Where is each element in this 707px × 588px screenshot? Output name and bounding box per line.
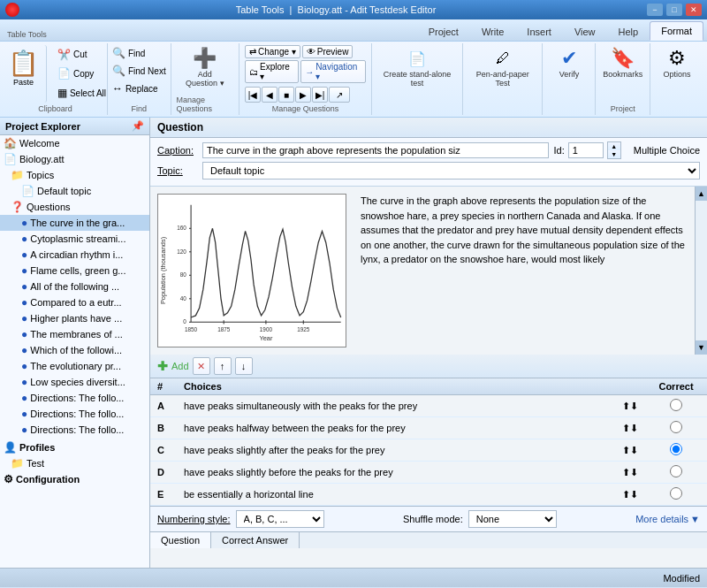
correct-radio-a[interactable]: [670, 399, 682, 411]
correct-radio-e[interactable]: [670, 487, 682, 500]
replace-icon: ↔: [112, 82, 123, 95]
tree-item-configuration[interactable]: ⚙ Configuration: [0, 471, 149, 487]
choice-a-expand[interactable]: ⬆⬇: [622, 401, 638, 412]
tree-item-profiles[interactable]: 👤 Profiles: [0, 439, 149, 455]
paste-button[interactable]: 📋 Paste: [1, 45, 47, 103]
caption-input[interactable]: [202, 142, 549, 158]
add-question-label: AddQuestion ▾: [186, 70, 224, 88]
create-test-button[interactable]: 📄 Create stand-alone test: [377, 45, 457, 90]
find-next-button[interactable]: 🔍 Find Next: [109, 63, 170, 79]
choice-e-expand[interactable]: ⬆⬇: [622, 489, 638, 500]
tree-item-q4[interactable]: ● Flame cells, green g...: [0, 263, 149, 279]
find-label: Find: [132, 104, 148, 113]
svg-text:80: 80: [180, 271, 187, 278]
topics-folder-icon: 📁: [11, 169, 24, 181]
bookmarks-button[interactable]: 🔖 Bookmarks: [597, 45, 648, 81]
tree-item-test[interactable]: 📁 Test: [0, 455, 149, 471]
tab-help[interactable]: Help: [607, 22, 650, 41]
topic-select[interactable]: Default topic: [202, 162, 700, 179]
add-question-icon: ➕: [194, 48, 216, 69]
choice-text-c: have peaks slightly after the peaks for …: [177, 439, 645, 462]
tab-correct-answer[interactable]: Correct Answer: [211, 532, 300, 548]
tree-item-q14[interactable]: ● Directions: The follo...: [0, 422, 149, 438]
tab-insert[interactable]: Insert: [515, 22, 563, 41]
tree-item-q10[interactable]: ● The evolutionary pr...: [0, 358, 149, 374]
move-down-button[interactable]: ↓: [235, 357, 253, 375]
close-button[interactable]: ✕: [686, 4, 702, 16]
tab-format[interactable]: Format: [650, 21, 703, 41]
nav-jump-button[interactable]: ↗: [329, 87, 350, 103]
change-button[interactable]: ⇄ Change ▾: [245, 45, 300, 58]
window-controls[interactable]: − □ ✕: [647, 4, 702, 16]
tree-item-topics[interactable]: 📁 Topics: [0, 167, 149, 183]
tree-item-welcome[interactable]: 🏠 Welcome: [0, 135, 149, 151]
tree-item-q2[interactable]: ● Cytoplasmic streami...: [0, 231, 149, 247]
create-test-group: 📄 Create stand-alone test: [372, 43, 463, 115]
tab-question[interactable]: Question: [150, 532, 211, 548]
tree-item-q1[interactable]: ● The curve in the gra...: [0, 215, 149, 231]
delete-choice-button[interactable]: ✕: [193, 357, 210, 375]
tab-write[interactable]: Write: [470, 22, 515, 41]
minimize-button[interactable]: −: [647, 4, 663, 16]
nav-stop-button[interactable]: ■: [278, 87, 294, 103]
numbering-select[interactable]: A, B, C, ...: [236, 510, 324, 528]
nav-next-button[interactable]: ▶: [295, 87, 311, 103]
nav-last-button[interactable]: ▶|: [312, 87, 328, 103]
tree-item-questions[interactable]: ❓ Questions: [0, 199, 149, 215]
question-text: The curve in the graph above represents …: [354, 187, 695, 355]
ribbon-tabs: Table Tools Project Write Insert View He…: [0, 19, 707, 42]
tree-item-q12[interactable]: ● Directions: The follo...: [0, 390, 149, 406]
find-button[interactable]: 🔍 Find: [109, 45, 148, 61]
q4-icon: ●: [21, 264, 27, 277]
add-question-button[interactable]: ➕ AddQuestion ▾: [180, 45, 230, 90]
project-tree: 🏠 Welcome 📄 Biology.att 📁 Topics 📄 Defau…: [0, 135, 149, 568]
choice-letter-c: C: [150, 439, 177, 462]
options-button[interactable]: ⚙ Options: [658, 45, 696, 81]
tree-item-default-topic[interactable]: 📄 Default topic: [0, 183, 149, 199]
tree-item-q9[interactable]: ● Which of the followi...: [0, 342, 149, 358]
shuffle-select[interactable]: None: [468, 510, 557, 528]
id-spin-up[interactable]: ▲: [608, 142, 620, 150]
id-input[interactable]: [568, 142, 604, 158]
more-details-button[interactable]: More details ▼: [635, 514, 700, 524]
choice-text-b: have peaks halfway between the peaks for…: [177, 417, 645, 439]
svg-text:160: 160: [177, 225, 186, 231]
pen-paper-button[interactable]: 🖊 Pen-and-paper Test: [468, 45, 536, 90]
scroll-up[interactable]: ▲: [696, 187, 707, 201]
tree-item-q13[interactable]: ● Directions: The follo...: [0, 406, 149, 422]
id-spin-down[interactable]: ▼: [608, 150, 620, 158]
scroll-down[interactable]: ▼: [696, 340, 707, 355]
nav-prev-button[interactable]: ◀: [262, 87, 277, 103]
tree-item-q3[interactable]: ● A circadian rhythm i...: [0, 247, 149, 263]
navigation-button[interactable]: → Navigation ▾: [300, 60, 366, 83]
explore-button[interactable]: 🗂 Explore ▾: [245, 60, 299, 83]
tree-item-q8[interactable]: ● The membranes of ...: [0, 326, 149, 342]
choice-c-expand[interactable]: ⬆⬇: [622, 445, 638, 456]
nav-first-button[interactable]: |◀: [245, 87, 261, 103]
tree-item-q7[interactable]: ● Higher plants have ...: [0, 310, 149, 326]
correct-radio-c[interactable]: [670, 443, 682, 455]
add-choice-label[interactable]: Add: [171, 361, 189, 371]
select-all-button[interactable]: ▦ Select All: [54, 85, 110, 101]
content-scrollbar[interactable]: ▲ ▼: [695, 187, 707, 355]
preview-button[interactable]: 👁 Preview: [302, 45, 354, 58]
move-up-button[interactable]: ↑: [214, 357, 232, 375]
tree-item-q5[interactable]: ● All of the following ...: [0, 279, 149, 294]
correct-radio-d[interactable]: [670, 465, 682, 477]
choice-d-expand[interactable]: ⬆⬇: [622, 467, 638, 478]
tree-item-q6[interactable]: ● Compared to a eutr...: [0, 294, 149, 310]
tab-project[interactable]: Project: [417, 22, 470, 41]
maximize-button[interactable]: □: [666, 4, 682, 16]
tree-item-q11[interactable]: ● Low species diversit...: [0, 374, 149, 390]
manage-questions-group: ⇄ Change ▾ 👁 Preview 🗂 Explore ▾ → Navig…: [239, 43, 372, 115]
q5-icon: ●: [21, 280, 27, 293]
tab-view[interactable]: View: [563, 22, 607, 41]
replace-button[interactable]: ↔ Replace: [109, 80, 162, 96]
correct-radio-b[interactable]: [670, 421, 682, 433]
cut-button[interactable]: ✂️ Cut: [54, 47, 110, 63]
choice-b-expand[interactable]: ⬆⬇: [622, 423, 638, 434]
tree-item-biology[interactable]: 📄 Biology.att: [0, 151, 149, 167]
copy-button[interactable]: 📄 Copy: [54, 65, 110, 81]
verify-button[interactable]: ✔ Verify: [553, 45, 585, 81]
id-spinner[interactable]: ▲ ▼: [607, 141, 621, 159]
